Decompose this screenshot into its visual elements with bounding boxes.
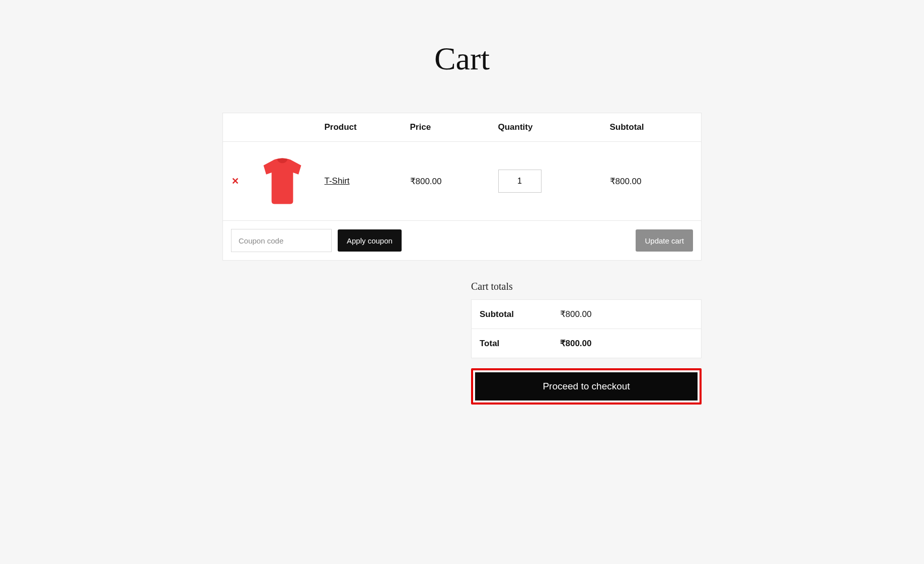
subtotal-row: Subtotal ₹800.00 [472, 300, 702, 329]
product-link[interactable]: T-Shirt [325, 176, 350, 186]
col-product-header: Product [319, 113, 404, 142]
col-remove-header [223, 113, 248, 142]
update-cart-button[interactable]: Update cart [636, 229, 693, 252]
table-row: ✕ T-Shirt ₹800.00 ₹800 [223, 142, 702, 221]
product-thumbnail[interactable] [254, 153, 311, 209]
totals-table: Subtotal ₹800.00 Total ₹800.00 [471, 299, 702, 358]
actions-row: Apply coupon Update cart [223, 221, 702, 261]
row-subtotal: ₹800.00 [604, 142, 702, 221]
page-title: Cart [222, 40, 702, 77]
cart-table: Product Price Quantity Subtotal ✕ [222, 113, 702, 261]
apply-coupon-button[interactable]: Apply coupon [338, 229, 402, 252]
cart-totals: Cart totals Subtotal ₹800.00 Total ₹800.… [471, 281, 702, 405]
total-value: ₹800.00 [552, 329, 702, 358]
total-row: Total ₹800.00 [472, 329, 702, 358]
col-qty-header: Quantity [492, 113, 604, 142]
checkout-highlight: Proceed to checkout [471, 368, 702, 405]
subtotal-label: Subtotal [472, 300, 552, 329]
quantity-input[interactable] [498, 170, 542, 193]
proceed-to-checkout-button[interactable]: Proceed to checkout [475, 372, 698, 400]
cart-page: Cart Product Price Quantity Subtotal ✕ [222, 0, 702, 405]
col-subtotal-header: Subtotal [604, 113, 702, 142]
cart-totals-title: Cart totals [471, 281, 702, 292]
col-price-header: Price [404, 113, 492, 142]
total-label: Total [472, 329, 552, 358]
remove-item-icon[interactable]: ✕ [229, 176, 242, 187]
subtotal-value: ₹800.00 [552, 300, 702, 329]
tshirt-icon [260, 156, 305, 206]
col-thumb-header [248, 113, 319, 142]
coupon-input[interactable] [231, 229, 332, 252]
row-price: ₹800.00 [404, 142, 492, 221]
